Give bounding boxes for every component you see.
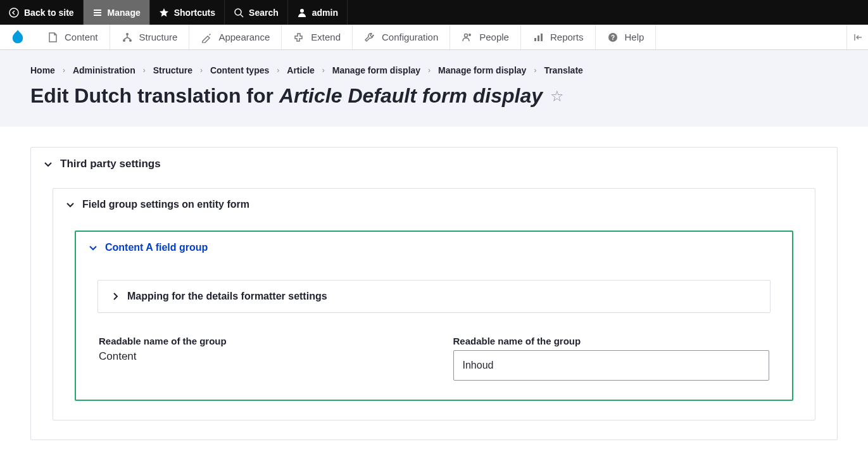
search-label: Search xyxy=(249,8,279,18)
breadcrumb-separator: › xyxy=(200,66,203,75)
translation-input[interactable] xyxy=(453,350,770,381)
svg-text:?: ? xyxy=(610,34,614,41)
menu-reports[interactable]: Reports xyxy=(521,25,596,49)
third-party-settings-details: Third party settings Field group setting… xyxy=(30,147,838,440)
people-icon xyxy=(462,32,473,43)
svg-rect-10 xyxy=(541,34,543,41)
menu-structure[interactable]: Structure xyxy=(110,25,190,49)
third-party-settings-summary[interactable]: Third party settings xyxy=(31,148,837,180)
breadcrumb-administration[interactable]: Administration xyxy=(73,65,135,75)
menu-help[interactable]: ? Help xyxy=(596,25,657,49)
collapse-icon xyxy=(853,32,863,42)
content-a-field-group-summary[interactable]: Content A field group xyxy=(76,232,792,263)
svg-point-3 xyxy=(126,33,129,35)
content-icon xyxy=(47,32,58,43)
manage-label: Manage xyxy=(108,8,141,18)
menu-configuration[interactable]: Configuration xyxy=(353,25,450,49)
chevron-down-icon xyxy=(66,200,75,209)
back-arrow-icon xyxy=(9,8,19,18)
svg-rect-8 xyxy=(534,38,536,41)
target-label: Readable name of the group xyxy=(453,336,770,346)
svg-point-1 xyxy=(235,9,241,15)
breadcrumb-separator: › xyxy=(534,66,536,75)
breadcrumb-article[interactable]: Article xyxy=(287,65,315,75)
appearance-icon xyxy=(201,32,212,43)
breadcrumb-structure[interactable]: Structure xyxy=(153,65,192,75)
svg-rect-9 xyxy=(538,35,539,41)
search-tab[interactable]: Search xyxy=(225,0,288,25)
chevron-right-icon xyxy=(111,292,120,301)
page-title: Edit Dutch translation for Article Defau… xyxy=(30,84,838,108)
user-label: admin xyxy=(312,8,338,18)
star-icon xyxy=(159,8,169,18)
breadcrumb-separator: › xyxy=(322,66,325,75)
field-group-settings-details: Field group settings on entity form Cont… xyxy=(53,188,815,421)
page-header: Home › Administration › Structure › Cont… xyxy=(0,50,868,127)
menu-content-label: Content xyxy=(65,32,98,42)
svg-point-0 xyxy=(9,8,18,17)
user-menu[interactable]: admin xyxy=(288,0,348,25)
mapping-summary[interactable]: Mapping for the details formatter settin… xyxy=(98,281,770,312)
breadcrumb: Home › Administration › Structure › Cont… xyxy=(30,65,838,75)
drupal-logo[interactable] xyxy=(0,25,35,49)
field-group-settings-summary[interactable]: Field group settings on entity form xyxy=(53,189,815,220)
source-column: Readable name of the group Content xyxy=(99,336,415,381)
user-icon xyxy=(297,8,307,18)
menu-content[interactable]: Content xyxy=(35,25,110,49)
structure-icon xyxy=(122,32,133,43)
content-region: Third party settings Field group setting… xyxy=(0,127,868,449)
svg-point-5 xyxy=(129,39,132,42)
menu-help-label: Help xyxy=(625,32,645,42)
shortcuts-tab[interactable]: Shortcuts xyxy=(150,0,225,25)
extend-icon xyxy=(293,32,305,43)
chevron-down-icon xyxy=(89,243,97,252)
toolbar-collapse[interactable] xyxy=(846,25,868,49)
menu-appearance[interactable]: Appearance xyxy=(189,25,282,49)
svg-point-2 xyxy=(300,9,304,13)
page-title-prefix: Edit Dutch translation for xyxy=(30,84,279,107)
shortcut-star-icon[interactable]: ☆ xyxy=(550,87,564,105)
breadcrumb-separator: › xyxy=(277,66,279,75)
menu-configuration-label: Configuration xyxy=(382,32,438,42)
back-to-site-label: Back to site xyxy=(24,8,74,18)
page-title-emphasis: Article Default form display xyxy=(279,84,543,107)
mapping-details: Mapping for the details formatter settin… xyxy=(97,280,771,313)
menu-structure-label: Structure xyxy=(139,32,178,42)
content-a-field-group-details: Content A field group Mapping for the de… xyxy=(75,231,793,401)
breadcrumb-separator: › xyxy=(143,66,146,75)
breadcrumb-translate[interactable]: Translate xyxy=(544,65,582,75)
mapping-label: Mapping for the details formatter settin… xyxy=(127,291,327,302)
source-value: Content xyxy=(99,350,415,363)
menu-people[interactable]: People xyxy=(450,25,521,49)
configuration-icon xyxy=(364,32,375,43)
breadcrumb-manage-form-display[interactable]: Manage form display xyxy=(332,65,420,75)
admin-menu: Content Structure Appearance Extend Conf… xyxy=(0,25,868,50)
shortcuts-label: Shortcuts xyxy=(174,8,215,18)
back-to-site-link[interactable]: Back to site xyxy=(0,0,84,25)
menu-reports-label: Reports xyxy=(550,32,584,42)
breadcrumb-manage-form-display-2[interactable]: Manage form display xyxy=(438,65,526,75)
content-a-field-group-label: Content A field group xyxy=(105,242,208,253)
svg-point-4 xyxy=(123,39,125,42)
svg-point-7 xyxy=(469,34,471,36)
target-column: Readable name of the group xyxy=(453,336,770,381)
search-icon xyxy=(234,8,244,18)
menu-extend[interactable]: Extend xyxy=(282,25,353,49)
translation-row: Readable name of the group Content Reada… xyxy=(97,336,771,381)
reports-icon xyxy=(532,32,544,43)
hamburger-icon xyxy=(92,8,103,18)
breadcrumb-content-types[interactable]: Content types xyxy=(210,65,269,75)
breadcrumb-separator: › xyxy=(428,66,431,75)
breadcrumb-home[interactable]: Home xyxy=(30,65,55,75)
admin-toolbar: Back to site Manage Shortcuts Search adm… xyxy=(0,0,868,25)
source-label: Readable name of the group xyxy=(99,336,415,346)
menu-appearance-label: Appearance xyxy=(218,32,270,42)
menu-extend-label: Extend xyxy=(311,32,341,42)
menu-people-label: People xyxy=(479,32,509,42)
help-icon: ? xyxy=(607,32,619,43)
svg-point-6 xyxy=(465,34,468,37)
chevron-down-icon xyxy=(44,160,53,168)
manage-tab[interactable]: Manage xyxy=(84,0,150,25)
field-group-settings-label: Field group settings on entity form xyxy=(82,199,249,210)
third-party-settings-label: Third party settings xyxy=(60,158,161,170)
